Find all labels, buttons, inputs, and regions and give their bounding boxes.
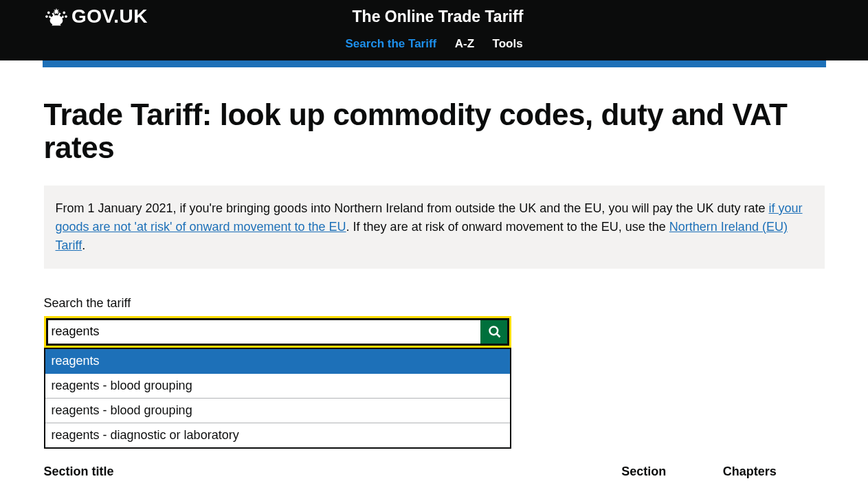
service-name: The Online Trade Tariff	[52, 8, 824, 26]
search-label: Search the tariff	[44, 296, 511, 311]
notice-panel: From 1 January 2021, if you're bringing …	[44, 186, 825, 269]
autocomplete-item[interactable]: reagents - blood grouping	[45, 399, 510, 423]
table-header-chapters: Chapters	[723, 458, 825, 481]
header-nav: Search the Tariff A-Z Tools	[44, 30, 824, 60]
notice-text-part2: . If they are at risk of onward movement…	[346, 220, 669, 234]
search-icon	[488, 325, 502, 339]
svg-point-0	[489, 326, 498, 335]
notice-text-part3: .	[82, 238, 85, 252]
search-button[interactable]	[480, 318, 509, 346]
notice-text: From 1 January 2021, if you're bringing …	[56, 199, 813, 255]
sections-table: Section title Section Chapters Live anim…	[44, 458, 825, 481]
autocomplete-item[interactable]: reagents - diagnostic or laboratory	[45, 423, 510, 447]
search-row	[44, 316, 511, 348]
notice-text-part1: From 1 January 2021, if you're bringing …	[56, 201, 769, 215]
autocomplete-item[interactable]: reagents	[45, 349, 510, 374]
header: GOV.UK The Online Trade Tariff Search th…	[0, 0, 868, 60]
nav-a-z[interactable]: A-Z	[455, 37, 474, 50]
nav-tools[interactable]: Tools	[493, 37, 523, 50]
table-header-section: Section	[621, 458, 723, 481]
svg-line-1	[496, 333, 500, 337]
page-title: Trade Tariff: look up commodity codes, d…	[44, 98, 825, 165]
nav-search-tariff[interactable]: Search the Tariff	[345, 37, 436, 50]
autocomplete-item[interactable]: reagents - blood grouping	[45, 374, 510, 399]
search-input[interactable]	[46, 318, 480, 346]
blue-accent-bar	[43, 60, 826, 67]
search-wrapper: Search the tariff reagents reagents - bl…	[44, 296, 511, 348]
autocomplete-dropdown: reagents reagents - blood grouping reage…	[44, 348, 511, 449]
table-header-section-title: Section title	[44, 458, 622, 481]
